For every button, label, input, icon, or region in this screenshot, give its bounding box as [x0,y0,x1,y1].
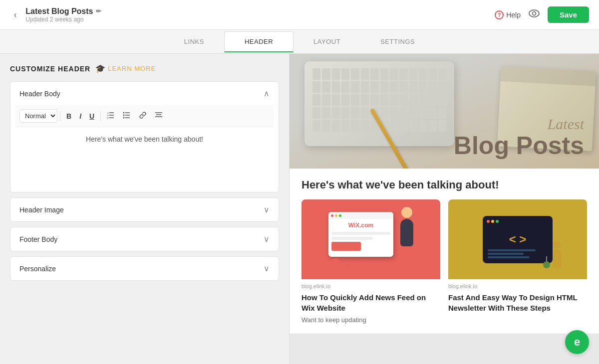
card-wix: WiX.com [301,199,440,324]
unordered-list-button[interactable] [119,110,134,122]
accordion-personalize-toggle[interactable]: Personalize ∨ [10,257,279,280]
card-wix-desc: Want to keep updating [301,316,440,324]
keyboard-illustration: .key{background:#d0d0c8;border-radius:2p… [304,61,454,146]
page-subtitle: Updated 2 weeks ago [25,16,101,23]
svg-text:3.: 3. [107,117,109,119]
chevron-down-icon-3: ∨ [264,264,270,273]
svg-point-12 [123,115,125,116]
learn-more-label: Learn More [108,65,156,72]
topbar: ‹ Latest Blog Posts ✏ Updated 2 weeks ag… [0,0,599,30]
html-illustration: < > [468,204,568,274]
topbar-right: ? Help Save [495,6,589,23]
toolbar-divider-2 [100,111,101,121]
html-monitor: < > [483,216,553,263]
toolbar-divider-1 [60,111,60,121]
accordion-header-body-label: Header Body [19,90,60,98]
accordion-header-image: Header Image ∨ [10,197,279,222]
html-tree [543,256,550,268]
nav-tabs: LINKS HEADER LAYOUT SETTINGS [0,30,599,54]
card-html: < > [448,199,587,324]
save-button[interactable]: Save [548,6,589,23]
svg-point-11 [123,112,125,114]
underline-button[interactable]: U [86,110,98,122]
accordion-footer-body-toggle[interactable]: Footer Body ∨ [10,227,279,251]
svg-point-1 [532,12,536,15]
accordion-header-body-content: Normal B I U 1.2.3. [10,105,279,192]
main-layout: CUSTOMIZE HEADER 🎓 Learn More Header Bod… [0,54,599,364]
accordion-header-body: Header Body ∧ Normal B I U 1.2.3. [10,81,279,192]
chevron-up-icon: ∧ [264,89,270,98]
svg-point-0 [529,10,539,17]
right-preview: .key{background:#d0d0c8;border-radius:2p… [290,54,599,364]
help-label: Help [506,11,521,19]
tab-settings[interactable]: SETTINGS [360,32,435,51]
cards-row: WiX.com [301,199,587,324]
accordion-footer-body: Footer Body ∨ [10,227,279,251]
accordion-personalize: Personalize ∨ [10,256,279,281]
ordered-list-button[interactable]: 1.2.3. [103,110,118,122]
learn-more-link[interactable]: 🎓 Learn More [95,64,156,73]
svg-point-13 [123,117,125,119]
panel-title-row: CUSTOMIZE HEADER 🎓 Learn More [10,64,279,73]
title-block: Latest Blog Posts ✏ Updated 2 weeks ago [25,7,101,23]
preview-content: Here's what we've been talking about! [290,169,599,334]
card-html-image: < > [448,199,587,279]
accordion-footer-body-label: Footer Body [19,235,57,243]
tab-header[interactable]: HEADER [224,31,294,52]
panel-title-text: CUSTOMIZE HEADER [10,65,90,73]
card-wix-source: blog.elink.io [301,283,440,289]
link-button[interactable] [135,110,150,122]
preview-button[interactable] [529,9,540,20]
edit-icon[interactable]: ✏ [96,7,101,15]
hero-cursive-text: Latest [454,116,584,133]
card-wix-image: WiX.com [301,199,440,279]
chevron-down-icon-1: ∨ [264,205,270,214]
topbar-left: ‹ Latest Blog Posts ✏ Updated 2 weeks ag… [10,7,101,23]
accordion-header-body-toggle[interactable]: Header Body ∧ [10,82,279,105]
left-panel: CUSTOMIZE HEADER 🎓 Learn More Header Bod… [0,54,290,364]
format-select[interactable]: Normal [19,109,57,123]
back-button[interactable]: ‹ [10,8,20,21]
card-html-source: blog.elink.io [448,283,587,289]
align-button[interactable] [151,110,166,122]
chevron-down-icon-2: ∨ [264,234,270,244]
tab-links[interactable]: LINKS [164,32,224,51]
elink-logo: e [565,330,589,354]
tab-layout[interactable]: LAYOUT [294,32,360,51]
wix-browser-window: WiX.com [328,212,393,257]
bold-button[interactable]: B [63,110,75,122]
learn-more-icon: 🎓 [95,64,106,73]
wix-person-figure [400,207,413,246]
hero-area: .key{background:#d0d0c8;border-radius:2p… [290,54,599,169]
hero-title: Latest Blog Posts [454,116,584,159]
italic-button[interactable]: I [76,110,85,122]
hero-blog-text: Blog Posts [454,133,584,159]
editor-content[interactable]: Here's what we've been talking about! [15,127,274,187]
accordion-header-image-label: Header Image [19,206,64,214]
card-html-title: Fast And Easy Way To Design HTML Newslet… [448,292,587,313]
wix-circles [331,258,349,269]
wix-illustration: WiX.com [321,204,421,274]
accordion-header-image-toggle[interactable]: Header Image ∨ [10,198,279,221]
preview-inner: .key{background:#d0d0c8;border-radius:2p… [290,54,599,364]
card-wix-title: How To Quickly Add News Feed on Wix Webs… [301,292,440,313]
page-title-text: Latest Blog Posts [25,7,93,16]
page-title: Latest Blog Posts ✏ [25,7,101,16]
help-button[interactable]: ? Help [495,10,521,19]
accordion-personalize-label: Personalize [19,265,56,273]
html-person-figure [553,241,562,268]
help-icon: ? [495,10,504,19]
preview-heading: Here's what we've been talking about! [301,179,587,191]
editor-toolbar: Normal B I U 1.2.3. [15,105,274,127]
